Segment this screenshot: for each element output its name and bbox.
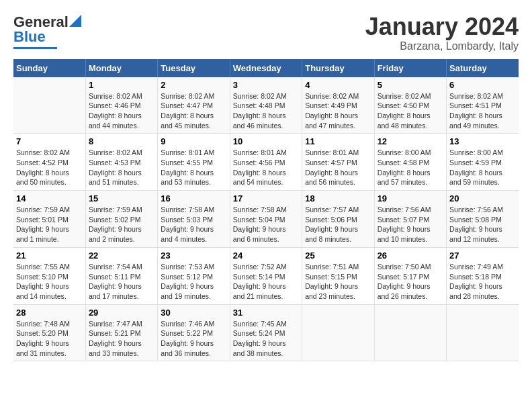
calendar-cell: 31Sunrise: 7:45 AMSunset: 5:24 PMDayligh… <box>230 304 302 361</box>
month-title: January 2024 <box>365 13 519 40</box>
calendar-cell: 9Sunrise: 8:01 AMSunset: 4:55 PMDaylight… <box>158 134 230 191</box>
calendar-cell: 11Sunrise: 8:01 AMSunset: 4:57 PMDayligh… <box>302 134 374 191</box>
day-number: 20 <box>449 193 516 203</box>
calendar-week-4: 21Sunrise: 7:55 AMSunset: 5:10 PMDayligh… <box>13 247 519 304</box>
calendar-cell: 20Sunrise: 7:56 AMSunset: 5:08 PMDayligh… <box>447 191 519 248</box>
day-number: 26 <box>378 250 443 261</box>
day-number: 12 <box>378 136 443 146</box>
day-info: Sunrise: 7:56 AMSunset: 5:08 PMDaylight:… <box>449 205 516 244</box>
calendar-week-2: 7Sunrise: 8:02 AMSunset: 4:52 PMDaylight… <box>13 134 519 191</box>
day-info: Sunrise: 8:00 AMSunset: 4:58 PMDaylight:… <box>378 148 443 187</box>
day-info: Sunrise: 8:02 AMSunset: 4:50 PMDaylight:… <box>378 91 443 131</box>
day-info: Sunrise: 7:58 AMSunset: 5:03 PMDaylight:… <box>161 205 226 244</box>
day-info: Sunrise: 7:55 AMSunset: 5:10 PMDaylight:… <box>16 262 83 302</box>
logo-arrow-icon <box>69 15 81 27</box>
day-number: 7 <box>16 136 83 146</box>
calendar-body: 1Sunrise: 8:02 AMSunset: 4:46 PMDaylight… <box>13 77 519 361</box>
calendar-week-3: 14Sunrise: 7:59 AMSunset: 5:01 PMDayligh… <box>13 191 519 248</box>
svg-marker-0 <box>69 15 81 27</box>
day-number: 31 <box>233 308 299 318</box>
day-info: Sunrise: 8:00 AMSunset: 4:59 PMDaylight:… <box>449 148 516 187</box>
day-info: Sunrise: 8:01 AMSunset: 4:55 PMDaylight:… <box>161 148 226 187</box>
calendar-cell <box>13 77 85 134</box>
day-number: 19 <box>378 193 443 203</box>
day-info: Sunrise: 8:02 AMSunset: 4:52 PMDaylight:… <box>16 148 83 187</box>
day-info: Sunrise: 7:54 AMSunset: 5:11 PMDaylight:… <box>89 262 154 302</box>
day-number: 11 <box>305 136 371 146</box>
day-info: Sunrise: 8:02 AMSunset: 4:48 PMDaylight:… <box>233 91 299 131</box>
calendar-cell: 28Sunrise: 7:48 AMSunset: 5:20 PMDayligh… <box>13 304 85 361</box>
weekday-header-saturday: Saturday <box>447 59 519 77</box>
day-info: Sunrise: 7:45 AMSunset: 5:24 PMDaylight:… <box>233 319 299 359</box>
location-title: Barzana, Lombardy, Italy <box>365 40 519 52</box>
day-info: Sunrise: 7:59 AMSunset: 5:02 PMDaylight:… <box>89 205 154 244</box>
calendar-cell: 29Sunrise: 7:47 AMSunset: 5:21 PMDayligh… <box>85 304 157 361</box>
day-number: 6 <box>449 80 516 90</box>
calendar-table: SundayMondayTuesdayWednesdayThursdayFrid… <box>13 59 519 362</box>
day-info: Sunrise: 7:51 AMSunset: 5:15 PMDaylight:… <box>305 262 371 302</box>
calendar-cell: 22Sunrise: 7:54 AMSunset: 5:11 PMDayligh… <box>85 247 157 304</box>
calendar-cell: 15Sunrise: 7:59 AMSunset: 5:02 PMDayligh… <box>85 191 157 248</box>
header: General Blue January 2024 Barzana, Lomba… <box>13 13 519 52</box>
day-info: Sunrise: 8:02 AMSunset: 4:51 PMDaylight:… <box>449 91 516 131</box>
calendar-cell: 21Sunrise: 7:55 AMSunset: 5:10 PMDayligh… <box>13 247 85 304</box>
weekday-header-wednesday: Wednesday <box>230 59 302 77</box>
day-info: Sunrise: 7:58 AMSunset: 5:04 PMDaylight:… <box>233 205 299 244</box>
calendar-cell: 17Sunrise: 7:58 AMSunset: 5:04 PMDayligh… <box>230 191 302 248</box>
calendar-cell: 24Sunrise: 7:52 AMSunset: 5:14 PMDayligh… <box>230 247 302 304</box>
day-number: 1 <box>89 80 154 90</box>
calendar-cell: 3Sunrise: 8:02 AMSunset: 4:48 PMDaylight… <box>230 77 302 134</box>
weekday-header-monday: Monday <box>85 59 157 77</box>
weekday-header-tuesday: Tuesday <box>158 59 230 77</box>
calendar-cell: 26Sunrise: 7:50 AMSunset: 5:17 PMDayligh… <box>374 247 446 304</box>
day-number: 5 <box>378 80 443 90</box>
calendar-cell: 25Sunrise: 7:51 AMSunset: 5:15 PMDayligh… <box>302 247 374 304</box>
day-info: Sunrise: 8:02 AMSunset: 4:46 PMDaylight:… <box>89 91 154 131</box>
day-info: Sunrise: 7:57 AMSunset: 5:06 PMDaylight:… <box>305 205 371 244</box>
calendar-cell: 4Sunrise: 8:02 AMSunset: 4:49 PMDaylight… <box>302 77 374 134</box>
day-number: 18 <box>305 193 371 203</box>
calendar-cell: 6Sunrise: 8:02 AMSunset: 4:51 PMDaylight… <box>447 77 519 134</box>
calendar-cell <box>302 304 374 361</box>
logo-blue: Blue <box>13 28 46 46</box>
day-number: 29 <box>89 308 154 318</box>
weekday-header-row: SundayMondayTuesdayWednesdayThursdayFrid… <box>13 59 519 77</box>
day-info: Sunrise: 7:53 AMSunset: 5:12 PMDaylight:… <box>161 262 226 302</box>
day-number: 30 <box>161 308 226 318</box>
calendar-header: SundayMondayTuesdayWednesdayThursdayFrid… <box>13 59 519 77</box>
day-info: Sunrise: 7:46 AMSunset: 5:22 PMDaylight:… <box>161 319 226 359</box>
day-info: Sunrise: 8:02 AMSunset: 4:49 PMDaylight:… <box>305 91 371 131</box>
day-info: Sunrise: 8:02 AMSunset: 4:53 PMDaylight:… <box>89 148 154 187</box>
day-number: 16 <box>161 193 226 203</box>
calendar-week-1: 1Sunrise: 8:02 AMSunset: 4:46 PMDaylight… <box>13 77 519 134</box>
day-number: 22 <box>89 250 154 261</box>
day-number: 4 <box>305 80 371 90</box>
day-number: 21 <box>16 250 83 261</box>
calendar-cell: 12Sunrise: 8:00 AMSunset: 4:58 PMDayligh… <box>374 134 446 191</box>
day-info: Sunrise: 7:50 AMSunset: 5:17 PMDaylight:… <box>378 262 443 302</box>
day-info: Sunrise: 7:52 AMSunset: 5:14 PMDaylight:… <box>233 262 299 302</box>
day-info: Sunrise: 7:49 AMSunset: 5:18 PMDaylight:… <box>449 262 516 302</box>
day-number: 9 <box>161 136 226 146</box>
day-number: 14 <box>16 193 83 203</box>
day-info: Sunrise: 7:48 AMSunset: 5:20 PMDaylight:… <box>16 319 83 359</box>
title-area: January 2024 Barzana, Lombardy, Italy <box>365 13 519 52</box>
calendar-cell <box>447 304 519 361</box>
day-info: Sunrise: 7:47 AMSunset: 5:21 PMDaylight:… <box>89 319 154 359</box>
calendar-cell: 2Sunrise: 8:02 AMSunset: 4:47 PMDaylight… <box>158 77 230 134</box>
day-info: Sunrise: 7:59 AMSunset: 5:01 PMDaylight:… <box>16 205 83 244</box>
day-number: 23 <box>161 250 226 261</box>
calendar-cell: 16Sunrise: 7:58 AMSunset: 5:03 PMDayligh… <box>158 191 230 248</box>
calendar-cell: 10Sunrise: 8:01 AMSunset: 4:56 PMDayligh… <box>230 134 302 191</box>
calendar-cell: 18Sunrise: 7:57 AMSunset: 5:06 PMDayligh… <box>302 191 374 248</box>
calendar-cell: 5Sunrise: 8:02 AMSunset: 4:50 PMDaylight… <box>374 77 446 134</box>
calendar-cell: 7Sunrise: 8:02 AMSunset: 4:52 PMDaylight… <box>13 134 85 191</box>
day-info: Sunrise: 8:01 AMSunset: 4:57 PMDaylight:… <box>305 148 371 187</box>
calendar-cell: 30Sunrise: 7:46 AMSunset: 5:22 PMDayligh… <box>158 304 230 361</box>
weekday-header-sunday: Sunday <box>13 59 85 77</box>
logo: General Blue <box>13 13 81 49</box>
calendar-cell <box>374 304 446 361</box>
logo-underline <box>13 47 57 49</box>
day-number: 27 <box>449 250 516 261</box>
calendar-cell: 14Sunrise: 7:59 AMSunset: 5:01 PMDayligh… <box>13 191 85 248</box>
